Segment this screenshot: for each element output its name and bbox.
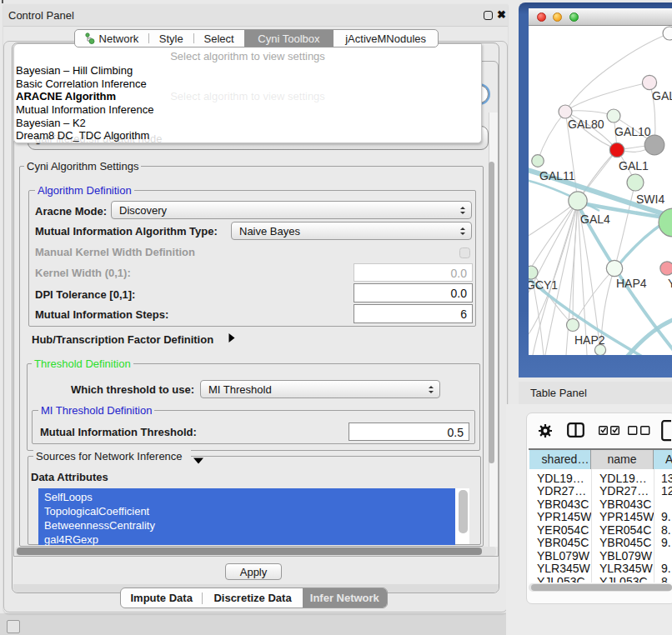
svg-text:GAL4: GAL4 <box>580 212 610 226</box>
svg-text:HAP2: HAP2 <box>574 333 605 347</box>
svg-text:GCY1: GCY1 <box>529 278 558 292</box>
svg-text:HAP4: HAP4 <box>616 277 647 290</box>
svg-text:GAL11: GAL11 <box>539 169 575 182</box>
svg-text:GAL7: GAL7 <box>652 89 672 102</box>
svg-text:YB: YB <box>668 277 672 290</box>
svg-text:GAL10: GAL10 <box>614 125 651 138</box>
svg-text:GAL80: GAL80 <box>568 118 604 131</box>
svg-text:GAL1: GAL1 <box>619 159 649 172</box>
svg-text:SWI4: SWI4 <box>636 192 664 206</box>
